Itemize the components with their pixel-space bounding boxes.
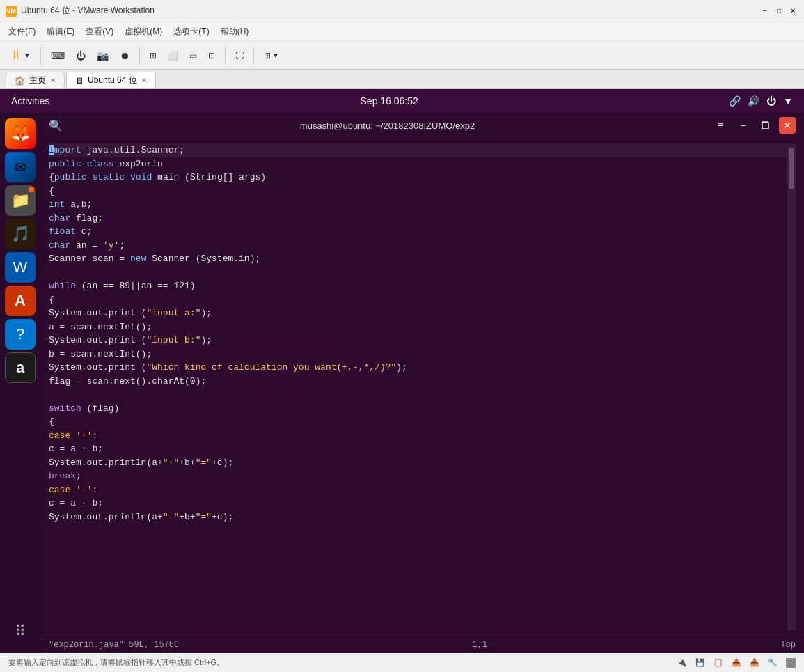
fullscreen-button[interactable]: ⛶ [231, 46, 248, 65]
status-icon-5[interactable]: 📥 [750, 658, 759, 667]
app-sidebar: 🦊 ✉ 📁 🎵 W A ? [0, 113, 40, 653]
code-content: import java.util.Scanner; public class e… [49, 143, 787, 630]
power-icon: ⏻ [76, 50, 86, 61]
menu-help[interactable]: 帮助(H) [215, 24, 255, 39]
sidebar-item-show-apps[interactable]: ⠿ [5, 616, 36, 647]
menu-tabs[interactable]: 选项卡(T) [168, 24, 214, 39]
code-line-6: char flag; [49, 212, 787, 226]
unity-dropdown-icon: ▼ [272, 52, 279, 59]
code-line-27: c = a - b; [49, 497, 787, 510]
terminal-minimize-button[interactable]: − [734, 117, 751, 134]
sound-icon[interactable]: 🔊 [748, 95, 759, 107]
send-ctrl-alt-del-button[interactable]: ⌨ [47, 46, 69, 65]
terminal-controls: ≡ − ⧠ ✕ [712, 117, 796, 134]
sidebar-item-help[interactable]: ? [5, 319, 36, 350]
toolbar-sep-1 [40, 47, 41, 64]
code-line-23: c = a + b; [49, 442, 787, 456]
terminal-close-button[interactable]: ✕ [779, 117, 796, 134]
view-icon-1: ⊞ [150, 51, 157, 61]
code-line-25: break; [49, 469, 787, 483]
scrollbar-thumb[interactable] [789, 148, 794, 189]
code-line-9: Scanner scan = new Scanner (System.in); [49, 252, 787, 266]
vim-status-bar: "exp2orin.java" 59L, 1576C 1,1 Top [40, 636, 804, 653]
view-icon-2: ⬜ [168, 51, 178, 61]
code-line-28: System.out.println(a+"-"+b+"="+c); [49, 510, 787, 524]
code-line-21: { [49, 415, 787, 429]
system-tray: 🔗 🔊 ⏻ ▼ [729, 95, 793, 107]
tray-menu-icon[interactable]: ▼ [783, 95, 793, 107]
status-icon-2[interactable]: 💾 [695, 658, 705, 667]
menu-vm[interactable]: 虚拟机(M) [119, 24, 168, 39]
network-icon[interactable]: 🔗 [729, 95, 741, 107]
unity-icon: ⊞ [264, 51, 271, 61]
appstore-icon: A [15, 292, 26, 310]
code-line-11: while (an == 89||an == 121) [49, 279, 787, 293]
maximize-button[interactable]: □ [773, 6, 785, 17]
view-icon-4: ⊡ [208, 51, 215, 61]
code-area: import java.util.Scanner; public class e… [40, 138, 804, 636]
view-mode-3[interactable]: ▭ [185, 46, 201, 65]
menu-view[interactable]: 查看(V) [80, 24, 119, 39]
home-tab-icon: 🏠 [15, 76, 25, 86]
ubuntu-tab-label: Ubuntu 64 位 [88, 75, 137, 86]
vmware-icon: VM [6, 6, 17, 17]
fullscreen-icon: ⛶ [235, 51, 244, 61]
status-icon-3[interactable]: 📋 [714, 658, 723, 667]
sidebar-item-writer[interactable]: W [5, 252, 36, 283]
sidebar-item-firefox[interactable]: 🦊 [5, 118, 36, 149]
close-button[interactable]: ✕ [787, 6, 798, 17]
record-icon: ⏺ [120, 50, 129, 61]
view-mode-4[interactable]: ⊡ [204, 46, 219, 65]
ubuntu-tab-close[interactable]: ✕ [141, 77, 147, 84]
code-line-1: import java.util.Scanner; [49, 143, 787, 157]
sidebar-item-rhythmbox[interactable]: 🎵 [5, 219, 36, 249]
code-line-20: switch (flag) [49, 402, 787, 416]
sidebar-item-appstore[interactable]: A [5, 286, 36, 316]
tab-bar: 🏠 主页 ✕ 🖥 Ubuntu 64 位 ✕ [0, 70, 804, 89]
code-line-14: a = scan.nextInt(); [49, 320, 787, 334]
menu-file[interactable]: 文件(F) [3, 24, 41, 39]
code-line-7: float c; [49, 225, 787, 239]
record-button[interactable]: ⏺ [116, 46, 134, 65]
ubuntu-desktop-content: 🦊 ✉ 📁 🎵 W A ? [0, 113, 804, 653]
code-line-17: System.out.print ("Which kind of calcula… [49, 361, 787, 375]
power-tray-icon[interactable]: ⏻ [766, 95, 776, 107]
toolbar-sep-2 [139, 47, 140, 64]
home-tab-close[interactable]: ✕ [50, 77, 56, 84]
unity-button[interactable]: ⊞ ▼ [260, 46, 283, 65]
minimize-button[interactable]: − [759, 6, 771, 17]
sidebar-item-files[interactable]: 📁 [5, 185, 36, 216]
view-icon-3: ▭ [189, 51, 197, 61]
tab-home[interactable]: 🏠 主页 ✕ [6, 72, 65, 88]
terminal-title: musashi@ubuntu: ~/20182308IZUMO/exp2 [68, 120, 707, 131]
menu-edit[interactable]: 编辑(E) [41, 24, 80, 39]
toolbar-sep-4 [253, 47, 254, 64]
code-line-15: System.out.print ("input b:"); [49, 334, 787, 347]
scrollbar[interactable] [787, 143, 796, 630]
power-button[interactable]: ⏻ [72, 46, 90, 65]
terminal-menu-button[interactable]: ≡ [712, 117, 729, 134]
status-icon-7[interactable] [786, 658, 796, 668]
status-icon-4[interactable]: 📤 [732, 658, 741, 667]
rhythmbox-icon: 🎵 [11, 225, 30, 243]
pause-button[interactable]: ⏸ ▼ [6, 46, 35, 65]
sidebar-item-amazon[interactable]: a [5, 352, 36, 383]
status-icon-6[interactable]: 🔧 [768, 658, 778, 667]
snapshot-button[interactable]: 📷 [93, 46, 113, 65]
code-line-18: flag = scan.next().charAt(0); [49, 375, 787, 389]
sidebar-item-thunderbird[interactable]: ✉ [5, 152, 36, 182]
terminal-maximize-button[interactable]: ⧠ [757, 117, 773, 134]
view-position: Top [780, 640, 796, 650]
activities-button[interactable]: Activities [11, 95, 49, 107]
view-mode-1[interactable]: ⊞ [145, 46, 161, 65]
toolbar: ⏸ ▼ ⌨ ⏻ 📷 ⏺ ⊞ ⬜ ▭ ⊡ ⛶ ⊞ ▼ [0, 42, 804, 70]
terminal-search-icon[interactable]: 🔍 [49, 119, 63, 132]
window-controls: − □ ✕ [759, 6, 798, 17]
tab-ubuntu[interactable]: 🖥 Ubuntu 64 位 ✕ [66, 72, 156, 88]
view-mode-2[interactable]: ⬜ [164, 46, 182, 65]
home-tab-label: 主页 [29, 75, 46, 86]
menu-bar: 文件(F) 编辑(E) 查看(V) 虚拟机(M) 选项卡(T) 帮助(H) [0, 22, 804, 42]
status-icon-1[interactable]: 🔌 [677, 658, 687, 667]
thunderbird-icon: ✉ [15, 159, 26, 175]
status-message: 要将输入定向到该虚拟机，请将鼠标指针移入其中或按 Ctrl+G。 [8, 657, 224, 668]
